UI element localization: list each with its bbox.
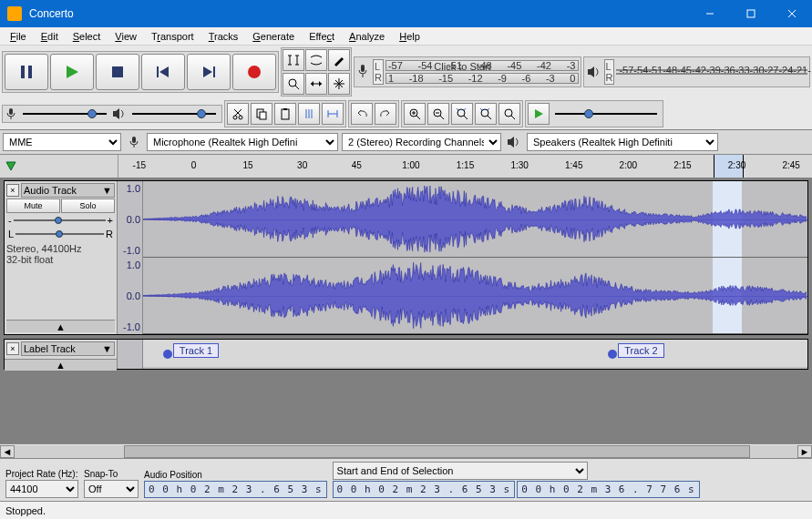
svg-line-51 <box>440 116 444 119</box>
svg-rect-8 <box>157 66 159 77</box>
mixer-toolbar <box>2 105 222 123</box>
track-collapse-button[interactable]: ▲ <box>6 320 115 332</box>
skip-end-button[interactable] <box>187 54 231 90</box>
selection-tool[interactable] <box>283 49 304 71</box>
menu-edit[interactable]: Edit <box>35 30 65 43</box>
skip-start-button[interactable] <box>141 54 185 90</box>
lr-label: LR <box>373 59 384 85</box>
mic-icon <box>125 136 143 148</box>
track-collapse-button[interactable]: ▲ <box>5 359 117 371</box>
stop-button[interactable] <box>96 54 139 90</box>
zoom-toggle-button[interactable] <box>499 103 520 125</box>
timeline-ruler[interactable]: -1501530451:001:151:301:452:002:152:302:… <box>0 155 812 178</box>
recording-volume-slider[interactable] <box>19 107 110 120</box>
menu-file[interactable]: File <box>4 30 33 43</box>
menu-generate[interactable]: Generate <box>246 30 301 43</box>
recording-channels-select[interactable]: 2 (Stereo) Recording Channels <box>342 133 501 151</box>
zoom-tool[interactable] <box>283 73 304 95</box>
svg-rect-38 <box>282 109 289 119</box>
scroll-left-button[interactable]: ◄ <box>0 445 15 458</box>
project-rate-label: Project Rate (Hz): <box>5 469 78 479</box>
selection-start-value[interactable]: 0 0 h 0 2 m 2 3 . 6 5 3 s <box>333 481 516 498</box>
project-rate-select[interactable]: 44100 <box>5 480 78 498</box>
menubar: File Edit Select View Transport Tracks G… <box>0 27 812 46</box>
selection-mode-select[interactable]: Start and End of Selection <box>333 462 588 480</box>
track-menu-button[interactable]: Audio Track▼ <box>21 183 115 198</box>
track-close-button[interactable]: × <box>6 342 19 355</box>
playback-meter[interactable]: LR -57-54-51-48-45-42-39-36-33-30-27-24-… <box>583 56 811 87</box>
minimize-button[interactable] <box>689 0 730 27</box>
playback-speed-slider[interactable] <box>551 107 661 120</box>
audio-position-value[interactable]: 0 0 h 0 2 m 2 3 . 6 5 3 s <box>144 481 327 498</box>
fit-project-button[interactable] <box>475 103 497 125</box>
label-area[interactable]: Track 1 Track 2 <box>143 340 807 367</box>
recording-device-select[interactable]: Microphone (Realtek High Defini <box>147 133 338 151</box>
menu-view[interactable]: View <box>108 30 143 43</box>
paste-button[interactable] <box>274 103 296 125</box>
copy-button[interactable] <box>251 103 272 125</box>
selection-toolbar: Project Rate (Hz): 44100 Snap-To Off Aud… <box>0 458 812 501</box>
transport-toolbar <box>2 51 279 93</box>
waveform-left[interactable] <box>143 181 807 258</box>
svg-point-61 <box>505 109 512 117</box>
label-marker[interactable]: Track 2 <box>608 342 663 359</box>
horizontal-scrollbar[interactable]: ◄ ► <box>0 443 812 458</box>
undo-button[interactable] <box>351 103 373 125</box>
play-at-speed-button[interactable] <box>528 103 550 125</box>
selection-end-value[interactable]: 0 0 h 0 2 m 3 6 . 7 7 6 s <box>517 481 700 498</box>
menu-tracks[interactable]: Tracks <box>202 30 245 43</box>
menu-transport[interactable]: Transport <box>145 30 200 43</box>
silence-button[interactable] <box>322 103 344 125</box>
draw-tool[interactable] <box>328 49 350 71</box>
envelope-tool[interactable] <box>305 49 327 71</box>
svg-rect-5 <box>28 66 32 78</box>
toolbars: LR -57-54-51-48-45-42-3 Click to Start M… <box>0 46 812 130</box>
gain-slider[interactable]: -+ <box>6 214 115 227</box>
recording-meter[interactable]: LR -57-54-51-48-45-42-3 Click to Start M… <box>354 56 581 87</box>
track-close-button[interactable]: × <box>6 184 19 197</box>
speaker-icon <box>586 65 601 79</box>
play-button[interactable] <box>50 54 94 90</box>
svg-line-62 <box>511 116 515 119</box>
svg-rect-39 <box>283 108 287 110</box>
waveform-area[interactable] <box>143 181 807 334</box>
zoom-out-button[interactable] <box>427 103 449 125</box>
solo-button[interactable]: Solo <box>61 198 115 213</box>
vertical-scale[interactable]: 1.00.0-1.0 1.00.0-1.0 <box>118 181 143 334</box>
audio-position-label: Audio Position <box>144 470 327 480</box>
record-button[interactable] <box>232 54 276 90</box>
timeshift-tool[interactable] <box>305 73 327 95</box>
close-button[interactable] <box>771 0 812 27</box>
svg-rect-30 <box>9 108 13 115</box>
fit-selection-button[interactable] <box>451 103 473 125</box>
playback-device-select[interactable]: Speakers (Realtek High Definiti <box>527 133 718 151</box>
trim-button[interactable] <box>298 103 320 125</box>
menu-select[interactable]: Select <box>67 30 108 43</box>
playback-volume-slider[interactable] <box>128 107 220 120</box>
menu-analyze[interactable]: Analyze <box>343 30 391 43</box>
track-menu-button[interactable]: Label Track▼ <box>21 341 115 356</box>
redo-button[interactable] <box>375 103 396 125</box>
speaker-icon <box>112 107 127 120</box>
label-marker[interactable]: Track 1 <box>163 342 219 359</box>
svg-marker-29 <box>588 66 594 77</box>
audio-host-select[interactable]: MME <box>3 133 121 151</box>
pause-button[interactable] <box>5 54 48 90</box>
svg-rect-64 <box>132 137 136 143</box>
svg-marker-9 <box>159 66 169 77</box>
pin-indicator[interactable] <box>0 155 118 178</box>
mute-button[interactable]: Mute <box>6 198 60 213</box>
waveform-right[interactable] <box>143 258 807 334</box>
titlebar: Concerto <box>0 0 812 27</box>
menu-help[interactable]: Help <box>393 30 427 43</box>
cut-button[interactable] <box>227 103 249 125</box>
scroll-right-button[interactable]: ► <box>797 445 812 458</box>
pan-slider[interactable]: LR <box>6 228 115 240</box>
multi-tool[interactable] <box>328 73 350 95</box>
zoom-in-button[interactable] <box>404 103 426 125</box>
menu-effect[interactable]: Effect <box>303 30 341 43</box>
svg-rect-37 <box>260 112 266 119</box>
snap-to-select[interactable]: Off <box>84 480 139 498</box>
maximize-button[interactable] <box>730 0 771 27</box>
svg-rect-7 <box>112 66 123 77</box>
